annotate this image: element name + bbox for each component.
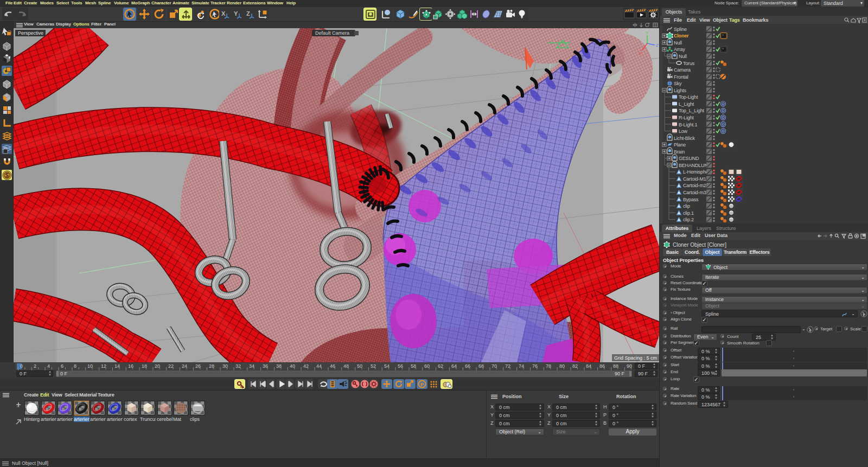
- svg-text:X: X: [221, 10, 226, 17]
- svg-text:Cartoid-m3: Cartoid-m3: [683, 190, 706, 195]
- svg-text:S: S: [5, 172, 9, 178]
- svg-text:L_Light: L_Light: [679, 101, 694, 107]
- svg-text:Cartoid-M1: Cartoid-M1: [683, 176, 706, 182]
- svg-text:Default Camera: Default Camera: [315, 30, 349, 36]
- svg-text:Z: Z: [246, 10, 250, 17]
- svg-text:X: X: [639, 51, 642, 56]
- svg-text:B-Light.1: B-Light.1: [679, 122, 697, 127]
- svg-text:Y: Y: [646, 30, 649, 35]
- svg-text:Frontal: Frontal: [674, 74, 688, 80]
- svg-text:Cartoid-m2: Cartoid-m2: [683, 183, 706, 188]
- svg-text:Plane: Plane: [674, 142, 686, 148]
- svg-text:R-Light: R-Light: [679, 115, 694, 120]
- svg-text:Perspective: Perspective: [18, 30, 43, 36]
- svg-text:Low: Low: [679, 129, 688, 134]
- svg-text:Brain: Brain: [674, 149, 685, 155]
- svg-text:Spline: Spline: [674, 27, 687, 32]
- svg-text:Cloner: Cloner: [674, 33, 689, 39]
- svg-text:clip.2: clip.2: [683, 217, 694, 222]
- svg-text:Lights: Lights: [674, 88, 687, 93]
- svg-text:clip.1: clip.1: [683, 210, 694, 216]
- svg-text:Camera: Camera: [674, 67, 691, 73]
- svg-text:GESUND: GESUND: [679, 156, 699, 161]
- svg-text:Null: Null: [679, 54, 687, 59]
- svg-text:Sky: Sky: [674, 81, 682, 86]
- svg-text:Array: Array: [674, 47, 685, 52]
- svg-text:Bypass: Bypass: [683, 197, 699, 202]
- svg-text:Null: Null: [674, 40, 682, 46]
- svg-text:Licht-Blick: Licht-Blick: [674, 136, 695, 141]
- svg-text:Y: Y: [234, 10, 238, 17]
- svg-text:clip: clip: [683, 203, 690, 209]
- svg-text:Torus: Torus: [683, 61, 695, 66]
- svg-text:Top_L_Light: Top_L_Light: [679, 108, 705, 113]
- svg-text:Cloner Object [Cloner]: Cloner Object [Cloner]: [673, 242, 726, 248]
- svg-text:P: P: [420, 382, 424, 387]
- svg-text:Grid Spacing : 5 cm: Grid Spacing : 5 cm: [614, 355, 657, 361]
- svg-text:Top-Light: Top-Light: [679, 94, 698, 100]
- svg-text:Z: Z: [656, 43, 659, 48]
